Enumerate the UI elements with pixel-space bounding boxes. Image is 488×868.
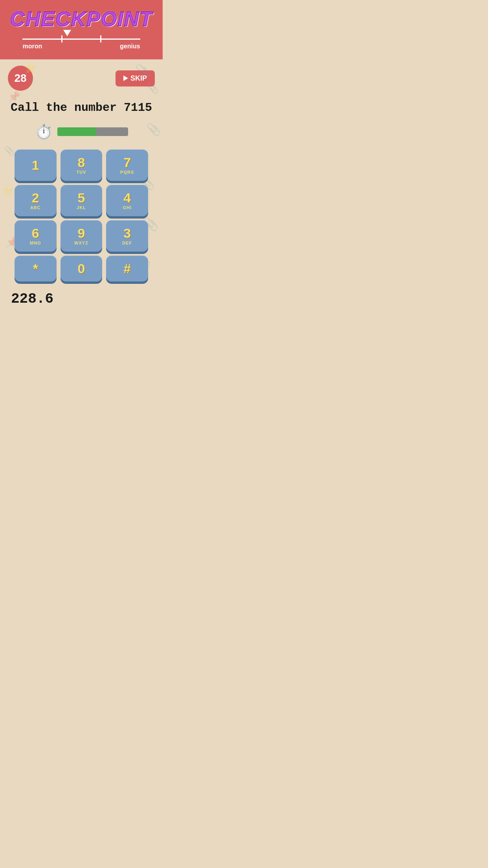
key-*[interactable]: *: [15, 256, 57, 281]
top-row: 28 SKIP: [8, 66, 155, 91]
key-4[interactable]: 4GHI: [106, 185, 148, 216]
key-7[interactable]: 7PQRS: [106, 149, 148, 181]
skip-icon: [123, 75, 128, 81]
keypad: 18TUV7PQRS2ABC5JKL4GHI6MNO9WXYZ3DEF*0#: [15, 149, 148, 281]
timer-icon: ⏱️: [35, 123, 53, 140]
score-display: 228.6: [11, 291, 155, 307]
timer-track: [57, 127, 128, 136]
difficulty-scale: moron genius: [22, 39, 140, 50]
key-letters-9: WXYZ: [74, 241, 88, 245]
difficulty-labels: moron genius: [22, 43, 140, 50]
key-letters-8: TUV: [76, 170, 86, 175]
key-letters-6: MNO: [30, 241, 41, 245]
timer-row: ⏱️: [35, 123, 128, 140]
app-title: CHECKPOINT: [8, 7, 155, 31]
key-num-4: 4: [123, 191, 131, 204]
key-letters-7: PQRS: [120, 170, 134, 175]
key-num-*: *: [33, 262, 38, 275]
key-num-3: 3: [123, 226, 131, 240]
skip-label: SKIP: [130, 74, 147, 83]
key-num-0: 0: [78, 262, 85, 275]
difficulty-line: [22, 39, 140, 40]
difficulty-indicator: [63, 30, 71, 36]
difficulty-label-right: genius: [120, 43, 140, 50]
key-3[interactable]: 3DEF: [106, 220, 148, 252]
key-9[interactable]: 9WXYZ: [61, 220, 103, 252]
timer-fill: [57, 127, 96, 136]
key-5[interactable]: 5JKL: [61, 185, 103, 216]
key-num-7: 7: [123, 156, 131, 169]
key-num-2: 2: [32, 191, 39, 204]
question-text: Call the number 7115: [8, 100, 155, 116]
key-num-1: 1: [32, 158, 39, 172]
key-letters-5: JKL: [77, 205, 86, 210]
key-num-6: 6: [32, 226, 39, 240]
skip-button[interactable]: SKIP: [116, 70, 155, 86]
key-num-8: 8: [78, 156, 85, 169]
key-letters-2: ABC: [30, 205, 41, 210]
key-num-#: #: [123, 262, 131, 275]
key-6[interactable]: 6MNO: [15, 220, 57, 252]
key-num-9: 9: [78, 226, 85, 240]
key-8[interactable]: 8TUV: [61, 149, 103, 181]
difficulty-label-left: moron: [22, 43, 42, 50]
key-#[interactable]: #: [106, 256, 148, 281]
key-0[interactable]: 0: [61, 256, 103, 281]
key-letters-3: DEF: [122, 241, 132, 245]
key-num-5: 5: [78, 191, 85, 204]
key-2[interactable]: 2ABC: [15, 185, 57, 216]
main-content: 📎 📎 ⭐ 📌 📎 📎 📎 ⭐ 📎 📌 📎 28 SKIP Call the n…: [0, 59, 163, 313]
key-letters-4: GHI: [123, 205, 132, 210]
key-1[interactable]: 1: [15, 149, 57, 181]
header: CHECKPOINT moron genius: [0, 0, 163, 59]
question-number-badge: 28: [8, 66, 33, 91]
